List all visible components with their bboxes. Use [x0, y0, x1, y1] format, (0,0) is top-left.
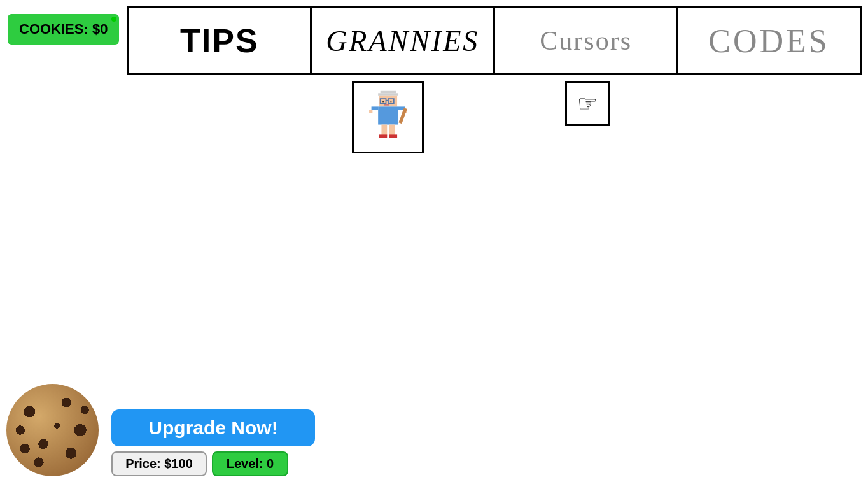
- tab-codes[interactable]: CODES: [678, 8, 860, 73]
- cookie-image: [6, 384, 99, 476]
- tab-cursors[interactable]: Cursors: [495, 8, 678, 73]
- svg-rect-6: [382, 101, 384, 102]
- svg-rect-16: [389, 124, 395, 136]
- granny-icon: [363, 90, 414, 146]
- svg-rect-15: [381, 124, 387, 136]
- header: COOKIES: $0 TIPS GRANNIES Cursors CODES: [0, 0, 868, 75]
- upgrade-section: Upgrade Now! Price: $100 Level: 0: [111, 409, 315, 476]
- svg-rect-7: [390, 101, 391, 102]
- upgrade-button[interactable]: Upgrade Now!: [111, 409, 315, 446]
- svg-rect-12: [369, 110, 372, 113]
- svg-rect-5: [386, 99, 388, 101]
- hand-cursor-icon: ☞: [577, 92, 598, 115]
- tab-grannies[interactable]: GRANNIES: [312, 8, 495, 73]
- bottom-badges: Price: $100 Level: 0: [111, 451, 315, 476]
- svg-rect-18: [389, 134, 396, 138]
- bottom-section: Upgrade Now! Price: $100 Level: 0: [0, 384, 315, 489]
- granny-box[interactable]: [352, 82, 424, 153]
- cookies-badge: COOKIES: $0: [8, 14, 119, 45]
- tab-grannies-label: GRANNIES: [326, 24, 479, 58]
- tab-tips[interactable]: TIPS: [129, 8, 312, 73]
- svg-rect-10: [371, 106, 378, 110]
- svg-rect-9: [378, 106, 398, 124]
- svg-rect-1: [378, 93, 398, 96]
- cursor-box[interactable]: ☞: [565, 82, 610, 126]
- level-badge: Level: 0: [212, 451, 288, 476]
- svg-rect-17: [379, 134, 386, 138]
- svg-rect-0: [380, 90, 396, 93]
- tab-cursors-label: Cursors: [540, 25, 632, 56]
- tab-codes-label: CODES: [708, 22, 829, 60]
- tab-tips-label: TIPS: [180, 22, 259, 60]
- price-badge: Price: $100: [111, 451, 207, 476]
- svg-rect-8: [383, 104, 389, 105]
- nav-tabs: TIPS GRANNIES Cursors CODES: [127, 6, 862, 75]
- svg-rect-14: [398, 108, 407, 124]
